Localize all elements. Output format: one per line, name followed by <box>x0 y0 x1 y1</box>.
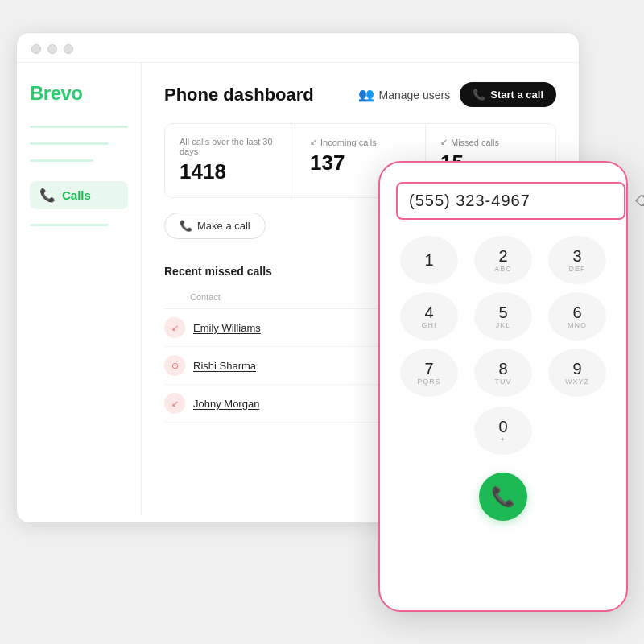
traffic-light-yellow[interactable] <box>47 44 57 54</box>
backspace-icon: ⌫ <box>635 193 644 209</box>
contact-name-0[interactable]: Emily Williams <box>193 322 261 334</box>
dialer-key-4-letters: GHI <box>421 321 436 329</box>
dialer-key-1[interactable]: 1 <box>400 236 458 284</box>
dialer-key-8-letters: TUV <box>495 378 512 386</box>
dialer-key-8[interactable]: 8 TUV <box>474 349 532 397</box>
dialer-key-1-number: 1 <box>424 251 433 269</box>
dialer-backspace-button[interactable]: ⌫ <box>632 189 644 213</box>
dialer-key-9[interactable]: 9 WXYZ <box>548 349 606 397</box>
sidebar: Brevo 📞 Calls <box>17 63 142 516</box>
stat-total-label: All calls over the last 30 days <box>180 137 280 156</box>
contact-avatar-0: ↙ <box>164 317 185 338</box>
dialer-key-7[interactable]: 7 PQRS <box>400 349 458 397</box>
sidebar-item-calls[interactable]: 📞 Calls <box>30 181 128 209</box>
dialer-call-icon: 📞 <box>491 485 515 508</box>
manage-users-button[interactable]: 👥 Manage users <box>358 87 451 102</box>
calls-icon: 📞 <box>39 188 56 203</box>
start-call-label: Start a call <box>490 89 543 101</box>
dialer-key-9-number: 9 <box>572 360 581 378</box>
dialer-key-5[interactable]: 5 JKL <box>474 292 532 341</box>
start-call-button[interactable]: 📞 Start a call <box>460 82 556 107</box>
dialer-key-2-letters: ABC <box>494 265 512 273</box>
start-call-phone-icon: 📞 <box>473 89 485 101</box>
make-call-phone-icon: 📞 <box>180 220 192 232</box>
contact-avatar-1: ⊙ <box>164 355 185 376</box>
section-title: Recent missed calls <box>164 265 272 278</box>
page-title: Phone dashboard <box>164 85 314 105</box>
dialer-key-6-letters: MNO <box>568 321 587 329</box>
dialer-key-7-letters: PQRS <box>417 378 441 386</box>
sidebar-nav-line-1 <box>30 126 128 128</box>
incoming-icon: ↙ <box>310 137 317 147</box>
dialer-key-2[interactable]: 2 ABC <box>474 236 532 284</box>
dialer-key-6[interactable]: 6 MNO <box>548 292 606 341</box>
contact-name-2[interactable]: Johny Morgan <box>193 398 259 410</box>
dialer-key-6-number: 6 <box>572 303 581 321</box>
dialer-key-9-letters: WXYZ <box>565 378 589 386</box>
browser-titlebar <box>17 33 579 63</box>
sidebar-nav-line-2 <box>30 142 109 145</box>
dialer-key-2-number: 2 <box>498 247 507 265</box>
phone-dialer: ⌫ 1 2 ABC 3 DEF 4 GHI 5 JKL 6 MNO 7 PQRS… <box>378 161 628 612</box>
contact-avatar-2: ↙ <box>164 393 185 414</box>
dialer-key-3-number: 3 <box>572 247 581 265</box>
sidebar-calls-label: Calls <box>62 188 91 202</box>
dialer-key-7-number: 7 <box>424 360 433 378</box>
dialer-key-3-letters: DEF <box>569 265 586 273</box>
dialer-zero-row: 0 + <box>396 407 610 455</box>
manage-users-label: Manage users <box>379 89 451 101</box>
dialer-key-4-number: 4 <box>424 303 433 321</box>
sidebar-nav-line-3 <box>30 159 93 162</box>
dialer-key-4[interactable]: 4 GHI <box>400 292 458 341</box>
sidebar-nav-line-4 <box>30 224 109 226</box>
header-actions: 👥 Manage users 📞 Start a call <box>358 82 556 107</box>
stat-total: All calls over the last 30 days 1418 <box>165 124 295 197</box>
stat-incoming-label: ↙ Incoming calls <box>310 137 411 147</box>
dialer-key-0[interactable]: 0 + <box>474 407 532 455</box>
dialer-key-0-letters: + <box>501 436 506 444</box>
make-call-label: Make a call <box>197 220 250 232</box>
stat-missed-label: ↙ Missed calls <box>440 137 541 147</box>
dialer-input-row: ⌫ <box>396 182 610 220</box>
dialer-call-button[interactable]: 📞 <box>479 473 527 521</box>
scene: Brevo 📞 Calls Phone dashboard 👥 <box>16 32 628 612</box>
dialer-key-8-number: 8 <box>498 360 507 378</box>
brand-logo: Brevo <box>30 82 128 105</box>
traffic-light-red[interactable] <box>31 44 41 54</box>
dialer-key-5-number: 5 <box>498 303 507 321</box>
manage-users-icon: 👥 <box>358 87 374 102</box>
stat-total-value: 1418 <box>180 159 280 184</box>
page-header: Phone dashboard 👥 Manage users 📞 Start a… <box>164 82 556 107</box>
traffic-light-green[interactable] <box>64 44 73 54</box>
missed-icon: ↙ <box>440 137 448 147</box>
dialer-key-3[interactable]: 3 DEF <box>548 236 606 284</box>
dialer-key-0-number: 0 <box>498 418 507 436</box>
contact-name-1[interactable]: Rishi Sharma <box>193 360 256 372</box>
dialer-keypad: 1 2 ABC 3 DEF 4 GHI 5 JKL 6 MNO 7 PQRS 8… <box>396 236 610 397</box>
dialer-key-5-letters: JKL <box>496 321 511 329</box>
make-call-button[interactable]: 📞 Make a call <box>164 213 266 239</box>
dialer-input[interactable] <box>396 182 625 220</box>
